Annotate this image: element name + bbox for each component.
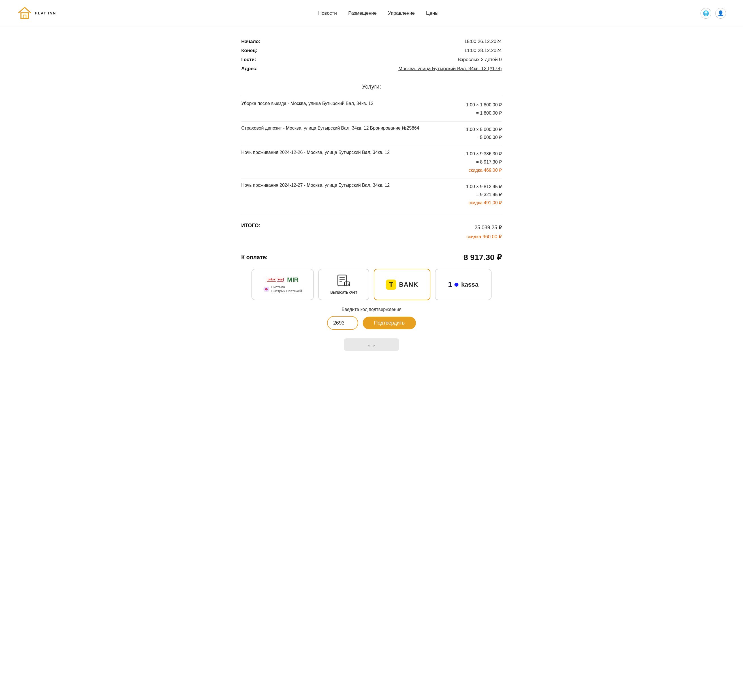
header: FLAT INN Новости Размещение Управление Ц… bbox=[0, 0, 743, 27]
service-amounts-2: 1.00 × 9 386.30 ₽ = 8 917.30 ₽ скидка 46… bbox=[445, 150, 502, 174]
invoice-label: Выписать счёт bbox=[330, 290, 357, 295]
service-discount-2: скидка 469.00 ₽ bbox=[445, 166, 502, 174]
language-icon[interactable]: 🌐 bbox=[700, 8, 711, 19]
payment-label: К оплате: bbox=[241, 254, 268, 261]
tbank-t-icon: T bbox=[386, 279, 396, 290]
service-row-2: Ночь проживания 2024-12-26 - Москва, ули… bbox=[241, 146, 502, 178]
bottom-chevron-wrap: ⌄⌄ bbox=[241, 338, 502, 351]
service-row-3: Ночь проживания 2024-12-27 - Москва, ули… bbox=[241, 179, 502, 211]
code-label: Введите код подтверждения bbox=[241, 307, 502, 312]
service-amounts-0: 1.00 × 1 800.00 ₽ = 1 800.00 ₽ bbox=[445, 101, 502, 117]
start-row: Начало: 15:00 26.12.2024 bbox=[241, 37, 502, 46]
address-value[interactable]: Москва, улица Бутырский Вал, 34кв. 12 (#… bbox=[398, 66, 502, 72]
service-qty-0: 1.00 × 1 800.00 ₽ bbox=[445, 101, 502, 109]
logo-icon bbox=[17, 5, 32, 22]
kassa-number: 1 bbox=[448, 280, 452, 289]
total-label: ИТОГО: bbox=[241, 223, 260, 229]
address-label: Адрес: bbox=[241, 66, 275, 72]
service-name-1: Страховой депозит - Москва, улица Бутырс… bbox=[241, 126, 445, 131]
kassa-label: kassa bbox=[461, 281, 478, 288]
svg-rect-3 bbox=[338, 275, 346, 286]
payment-tbank-button[interactable]: T BANK bbox=[374, 269, 431, 300]
start-label: Начало: bbox=[241, 39, 275, 44]
code-row: Подтвердить bbox=[241, 316, 502, 330]
main-nav: Новости Размещение Управление Цены bbox=[318, 10, 439, 16]
service-qty-3: 1.00 × 9 812.95 ₽ bbox=[445, 183, 502, 191]
payment-options: Union Pay MIR СистемаБыстрых Платежей bbox=[241, 269, 502, 300]
code-section: Введите код подтверждения Подтвердить bbox=[241, 307, 502, 330]
service-amounts-1: 1.00 × 5 000.00 ₽ = 5 000.00 ₽ bbox=[445, 126, 502, 142]
invoice-icon: % bbox=[337, 275, 351, 289]
service-name-0: Уборка после выезда - Москва, улица Буты… bbox=[241, 101, 445, 106]
sbp-wrap: СистемаБыстрых Платежей bbox=[263, 285, 302, 293]
sbp-text: СистемаБыстрых Платежей bbox=[271, 285, 302, 293]
end-value: 11:00 28.12.2024 bbox=[464, 48, 502, 53]
nav-accommodation[interactable]: Размещение bbox=[348, 10, 377, 16]
payment-due-row: К оплате: 8 917.30 ₽ bbox=[241, 253, 502, 262]
total-amount: 25 039.25 ₽ bbox=[466, 223, 502, 232]
svg-rect-0 bbox=[21, 13, 28, 18]
total-row: ИТОГО: 25 039.25 ₽ скидка 960.00 ₽ bbox=[241, 220, 502, 244]
service-discount-3: скидка 491.00 ₽ bbox=[445, 199, 502, 207]
payment-kassa-button[interactable]: 1 kassa bbox=[435, 269, 491, 300]
tbank-label: BANK bbox=[399, 281, 418, 288]
code-input[interactable] bbox=[327, 316, 358, 330]
service-row-0: Уборка после выезда - Москва, улица Буты… bbox=[241, 97, 502, 121]
svg-rect-1 bbox=[23, 15, 26, 18]
service-total-1: = 5 000.00 ₽ bbox=[445, 134, 502, 142]
nav-management[interactable]: Управление bbox=[388, 10, 415, 16]
svg-text:%: % bbox=[348, 283, 350, 285]
total-discount: скидка 960.00 ₽ bbox=[466, 232, 502, 241]
end-label: Конец: bbox=[241, 48, 275, 53]
services-title: Услуги: bbox=[241, 83, 502, 90]
sbp-icon bbox=[263, 286, 269, 292]
service-row-1: Страховой депозит - Москва, улица Бутырс… bbox=[241, 121, 502, 146]
payment-amount: 8 917.30 ₽ bbox=[463, 253, 502, 262]
service-total-0: = 1 800.00 ₽ bbox=[445, 109, 502, 117]
unionpay-logo: Union Pay bbox=[267, 278, 284, 282]
mir-logo: MIR bbox=[287, 276, 299, 284]
guests-row: Гости: Взрослых 2 детей 0 bbox=[241, 55, 502, 64]
nav-news[interactable]: Новости bbox=[318, 10, 337, 16]
scroll-down-button[interactable]: ⌄⌄ bbox=[344, 338, 399, 351]
end-row: Конец: 11:00 28.12.2024 bbox=[241, 46, 502, 55]
payment-cards-button[interactable]: Union Pay MIR СистемаБыстрых Платежей bbox=[252, 269, 314, 300]
kassa-inner: 1 kassa bbox=[448, 280, 478, 289]
services-section: Услуги: Уборка после выезда - Москва, ул… bbox=[241, 83, 502, 211]
service-amounts-3: 1.00 × 9 812.95 ₽ = 9 321.95 ₽ скидка 49… bbox=[445, 183, 502, 207]
service-total-3: = 9 321.95 ₽ bbox=[445, 191, 502, 199]
upmir-logos: Union Pay MIR bbox=[267, 276, 299, 284]
service-total-2: = 8 917.30 ₽ bbox=[445, 158, 502, 166]
user-icon[interactable]: 👤 bbox=[715, 8, 726, 19]
payment-section: К оплате: 8 917.30 ₽ Union Pay MIR bbox=[241, 253, 502, 330]
tbank-inner: T BANK bbox=[386, 279, 418, 290]
logo-text: FLAT INN bbox=[35, 11, 56, 16]
total-amounts: 25 039.25 ₽ скидка 960.00 ₽ bbox=[466, 223, 502, 241]
service-name-2: Ночь проживания 2024-12-26 - Москва, ули… bbox=[241, 150, 445, 155]
service-qty-1: 1.00 × 5 000.00 ₽ bbox=[445, 126, 502, 134]
kassa-dot-icon bbox=[454, 283, 459, 286]
start-value: 15:00 26.12.2024 bbox=[464, 39, 502, 44]
logo[interactable]: FLAT INN bbox=[17, 5, 56, 22]
guests-value: Взрослых 2 детей 0 bbox=[457, 57, 502, 62]
header-icons: 🌐 👤 bbox=[700, 8, 726, 19]
service-name-3: Ночь проживания 2024-12-27 - Москва, ули… bbox=[241, 183, 445, 188]
booking-info: Начало: 15:00 26.12.2024 Конец: 11:00 28… bbox=[241, 37, 502, 73]
confirm-button[interactable]: Подтвердить bbox=[363, 317, 416, 329]
service-qty-2: 1.00 × 9 386.30 ₽ bbox=[445, 150, 502, 158]
payment-invoice-button[interactable]: % Выписать счёт bbox=[318, 269, 369, 300]
nav-prices[interactable]: Цены bbox=[426, 10, 439, 16]
guests-label: Гости: bbox=[241, 57, 275, 62]
address-row: Адрес: Москва, улица Бутырский Вал, 34кв… bbox=[241, 64, 502, 73]
main-content: Начало: 15:00 26.12.2024 Конец: 11:00 28… bbox=[230, 27, 513, 368]
